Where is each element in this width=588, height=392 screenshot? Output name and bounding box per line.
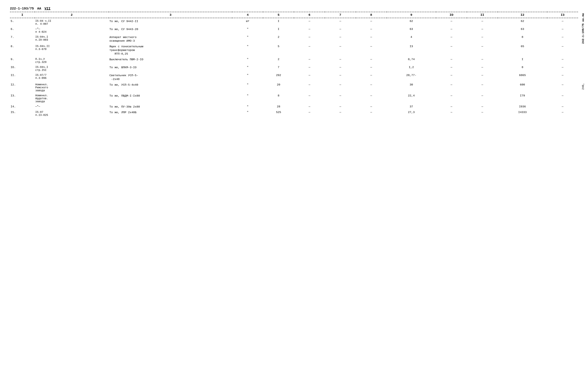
row-desc: То же, СУ 9442-II — [109, 19, 232, 26]
row-col10: — — [436, 104, 467, 109]
row-desc: Светильник УСП-5- -2х40 — [109, 73, 232, 82]
row-col12: I — [498, 57, 547, 64]
row-col7: — — [325, 35, 356, 43]
row-col11: — — [467, 104, 498, 109]
col-header-5: 5 — [263, 12, 294, 18]
row-col10: — — [436, 73, 467, 82]
row-col11: — — [467, 83, 498, 92]
row-col7: — — [325, 104, 356, 109]
row-ref: I5-04ч.Iстр.I5I — [35, 65, 109, 72]
row-col5: I — [263, 27, 294, 34]
row-col13: — — [547, 83, 578, 92]
row-col6: — — [294, 65, 325, 72]
row-col6: — — [294, 73, 325, 82]
row-col12: I4333 — [498, 110, 547, 117]
row-col7: — — [325, 83, 356, 92]
row-desc: Ящик с понизительнымтрансформатором ЯТП-… — [109, 44, 232, 56]
row-col8: — — [356, 19, 387, 26]
row-col13: — — [547, 73, 578, 82]
row-col13: — — [547, 65, 578, 72]
table-row: I4. —"— То же, ПУ-39в 2х80 " 28 — — — 37… — [10, 104, 578, 109]
row-col6: — — [294, 44, 325, 56]
row-col6: — — [294, 27, 325, 34]
row-col4: " — [232, 65, 263, 72]
row-col9: 37 — [387, 104, 436, 109]
row-col6: — — [294, 57, 325, 64]
row-ref: —"—п 4-024 — [35, 27, 109, 34]
row-col12: 8 — [498, 65, 547, 72]
table-row: 5. I5-04 ч.IIп. 4-007 То же, СУ 9442-II … — [10, 19, 578, 26]
row-desc: То же, УСП-5-4х40 — [109, 83, 232, 92]
row-col6: — — [294, 110, 325, 117]
row-col9: 30 — [387, 83, 436, 92]
row-desc: То же, ПУ-39в 2х80 — [109, 104, 232, 109]
row-col11: — — [467, 57, 498, 64]
row-col6: — — [294, 19, 325, 26]
table-header-row: I 2 3 4 5 6 7 8 9 IO II I2 I3 — [10, 12, 578, 18]
col-header-8: 8 — [356, 12, 387, 18]
table-row: I3. Номенкл.Ардатов.завода То же, ПВДМ-I… — [10, 94, 578, 104]
row-col7: — — [325, 44, 356, 56]
row-col11: — — [467, 65, 498, 72]
row-col11: — — [467, 110, 498, 117]
row-col5: I — [263, 19, 294, 26]
row-col9: 0,74 — [387, 57, 436, 64]
row-col10: — — [436, 27, 467, 34]
col-header-9: 9 — [387, 12, 436, 18]
row-num: I5. — [10, 110, 35, 117]
row-col7: — — [325, 110, 356, 117]
row-ref: I5-04 ч.IIп. 4-007 — [35, 19, 109, 26]
row-col7: — — [325, 65, 356, 72]
row-col10: — — [436, 110, 467, 117]
row-col13: — — [547, 57, 578, 64]
row-col8: — — [356, 27, 387, 34]
row-col12: 6065 — [498, 73, 547, 82]
row-col4: " — [232, 94, 263, 104]
row-col9: 22,4 — [387, 94, 436, 104]
row-col12: 62 — [498, 19, 547, 26]
row-col8: — — [356, 65, 387, 72]
col-header-2: 2 — [35, 12, 109, 18]
row-col4: шт — [232, 19, 263, 26]
row-col4: " — [232, 110, 263, 117]
row-ref: I5-07/7п.3-096 — [35, 73, 109, 82]
row-col9: 62 — [387, 19, 436, 26]
row-col5: 292 — [263, 73, 294, 82]
row-ref: I5-04ч.Iп.I9-003 — [35, 35, 109, 43]
row-col10: — — [436, 44, 467, 56]
row-num: 8. — [10, 44, 35, 56]
row-col11: — — [467, 44, 498, 56]
row-col11: — — [467, 27, 498, 34]
row-col5: 2 — [263, 57, 294, 64]
row-col8: — — [356, 35, 387, 43]
row-col4: " — [232, 27, 263, 34]
table-row: 6. —"—п 4-024 То же, СУ 9443-20 " I — — … — [10, 27, 578, 34]
row-num: II. — [10, 73, 35, 82]
row-num: I4. — [10, 104, 35, 109]
row-ref: Номенкл.Рижскогозавода — [35, 83, 109, 92]
row-col13: — — [547, 44, 578, 56]
row-ref: П.Iч.Устр.329 — [35, 57, 109, 64]
row-col13: — — [547, 110, 578, 117]
row-col9: 20,77- — [387, 73, 436, 82]
row-col8: — — [356, 110, 387, 117]
row-col13: — — [547, 94, 578, 104]
row-col4: " — [232, 44, 263, 56]
row-col6: — — [294, 104, 325, 109]
row-col12: 65 — [498, 44, 547, 56]
row-desc: Выключатель ПВМ-2-IO — [109, 57, 232, 64]
row-col11: — — [467, 94, 498, 104]
col-header-3: 3 — [109, 12, 232, 18]
table-row: 7. I5-04ч.Iп.I9-003 Аппарат местногоосве… — [10, 35, 578, 43]
table-row: IO. I5-04ч.Iстр.I5I То же, ВПКМ-3-IO " 7… — [10, 65, 578, 72]
row-col4: " — [232, 73, 263, 82]
row-col12: I79 — [498, 94, 547, 104]
row-num: 5. — [10, 19, 35, 26]
row-col10: — — [436, 83, 467, 92]
col-header-10: IO — [436, 12, 467, 18]
doc-number: 222-1-193/75 — [10, 7, 34, 10]
row-num: 6. — [10, 27, 35, 34]
row-col5: 20 — [263, 83, 294, 92]
col-header-4: 4 — [232, 12, 263, 18]
row-col5: 7 — [263, 65, 294, 72]
